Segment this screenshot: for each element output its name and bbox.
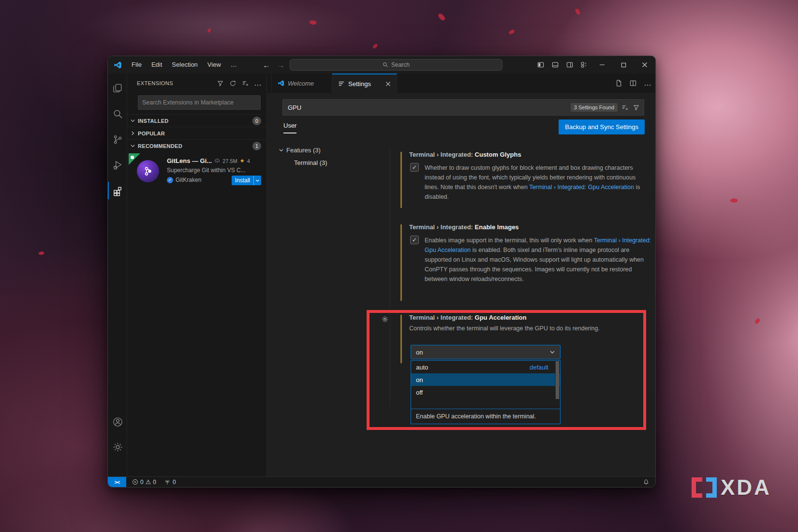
option-default-hint: default [530,364,555,371]
setting-name: Custom Glyphs [475,151,521,158]
install-button-group: Install [232,176,261,185]
setting-enable-images: Terminal › Integrated: Enable Images ✓ E… [400,223,654,284]
clear-search-results-icon[interactable] [240,78,250,89]
run-debug-icon[interactable] [108,154,127,176]
install-button[interactable]: Install [232,176,253,185]
settings-search-input[interactable] [283,104,571,111]
option-off[interactable]: off [411,386,560,399]
chevron-down-icon [127,143,138,148]
backup-sync-settings-button[interactable]: Backup and Sync Settings [559,119,645,134]
petal-decoration [754,318,761,324]
petal-decoration [508,30,515,34]
section-installed[interactable]: INSTALLED 0 [127,114,267,127]
setting-gear-icon[interactable] [381,315,389,323]
remote-indicator[interactable]: >< [108,477,126,488]
forward-arrow-button[interactable]: → [274,56,288,74]
tab-welcome[interactable]: Welcome [271,74,332,93]
tab-bar: Welcome Settings [267,74,656,93]
extension-downloads: 27.5M [222,158,237,164]
petal-decoration [309,19,317,26]
scope-tab-user[interactable]: User [283,122,296,133]
enable-images-checkbox[interactable]: ✓ [410,236,419,244]
gitlens-logo-icon [137,160,159,182]
option-label: off [416,389,423,396]
toc-item-terminal[interactable]: Terminal (3) [294,159,327,166]
notifications-bell-icon[interactable] [643,479,650,486]
menu-selection[interactable]: Selection [167,56,202,74]
tab-settings-label: Settings [348,80,371,88]
modified-indicator [400,224,402,301]
option-auto[interactable]: auto default [411,361,560,373]
menu-more-button[interactable]: … [226,56,242,74]
option-on[interactable]: on [411,373,560,386]
toc-divider [390,146,390,407]
toc-label: Terminal (3) [294,159,327,166]
setting-description: Whether to draw custom glyphs for block … [425,163,648,202]
maximize-button[interactable] [613,56,634,74]
source-control-icon[interactable] [108,129,127,150]
problems-status[interactable]: 0 ⚠ 0 [132,478,156,486]
recommended-count-badge: 1 [252,142,261,150]
refresh-icon[interactable] [228,78,237,89]
settings-search-box: 3 Settings Found [282,99,644,116]
results-count-badge: 3 Settings Found [571,103,618,112]
extensions-search-input[interactable] [138,95,261,110]
gpu-acceleration-dropdown: auto default on off Enable GPU accelerat… [411,360,561,424]
editor-area: Welcome Settings [267,74,656,477]
command-center-search[interactable]: Search [290,59,502,71]
filter-settings-icon[interactable] [633,104,640,111]
more-editor-actions-icon[interactable]: … [644,79,651,88]
window-controls [533,56,655,74]
status-bar: >< 0 ⚠ 0 0 [108,476,655,487]
ports-status[interactable]: 0 [164,479,176,486]
dropdown-scrollbar[interactable] [555,361,560,399]
more-actions-icon[interactable]: … [253,78,263,89]
vscode-logo-icon [114,61,122,69]
clear-settings-search-icon[interactable] [621,104,629,111]
menu-file[interactable]: File [127,56,147,74]
explorer-icon[interactable] [108,77,127,99]
search-sidebar-icon[interactable] [108,103,127,124]
extensions-header: EXTENSIONS … [127,74,266,93]
install-dropdown-button[interactable] [253,176,261,185]
gpu-acceleration-select[interactable]: on [411,345,561,359]
toggle-sidebar-icon[interactable] [533,56,548,74]
custom-glyphs-checkbox[interactable]: ✓ [410,163,419,172]
recommended-ribbon-icon [129,153,140,165]
settings-gear-icon[interactable] [108,436,127,458]
description-text: Enables image support in the terminal, t… [425,237,594,244]
minimize-button[interactable] [591,56,613,74]
open-settings-json-icon[interactable] [615,79,622,87]
xda-bracket-right-icon [706,477,717,498]
modified-indicator [400,152,402,208]
ports-count: 0 [173,479,176,486]
xda-watermark: XDA [692,475,771,500]
desktop-wallpaper: File Edit Selection View … ← → Search [0,0,798,532]
petal-decoration [575,8,580,15]
close-window-button[interactable] [634,56,655,74]
titlebar: File Edit Selection View … ← → Search [108,56,655,74]
xda-watermark-text: XDA [721,475,771,500]
extensions-icon[interactable] [108,180,127,201]
star-icon: ★ [240,158,245,164]
extension-publisher: GitKraken [176,177,201,183]
back-arrow-button[interactable]: ← [260,56,273,74]
setting-category: Terminal › Integrated: [409,314,475,321]
menu-edit[interactable]: Edit [147,56,167,74]
extension-list-item-gitlens[interactable]: GitLens — Gi... 27.5M ★ 4 Supercharge Gi… [127,152,267,195]
setting-link[interactable]: Terminal › Integrated: Gpu Acceleration [529,184,634,191]
toc-item-features[interactable]: Features (3) [279,147,321,154]
section-popular[interactable]: POPULAR [127,127,267,139]
toggle-secondary-sidebar-icon[interactable] [562,56,577,74]
chevron-down-icon [279,148,284,153]
customize-layout-icon[interactable] [577,56,591,74]
toggle-panel-icon[interactable] [548,56,562,74]
section-recommended[interactable]: RECOMMENDED 1 [127,139,267,152]
filter-icon[interactable] [215,78,225,89]
account-icon[interactable] [108,411,127,432]
menu-view[interactable]: View [203,56,226,74]
close-tab-icon[interactable] [385,81,391,87]
xda-bracket-left-icon [692,477,702,498]
split-editor-icon[interactable] [629,79,637,87]
tab-settings[interactable]: Settings [332,74,397,93]
